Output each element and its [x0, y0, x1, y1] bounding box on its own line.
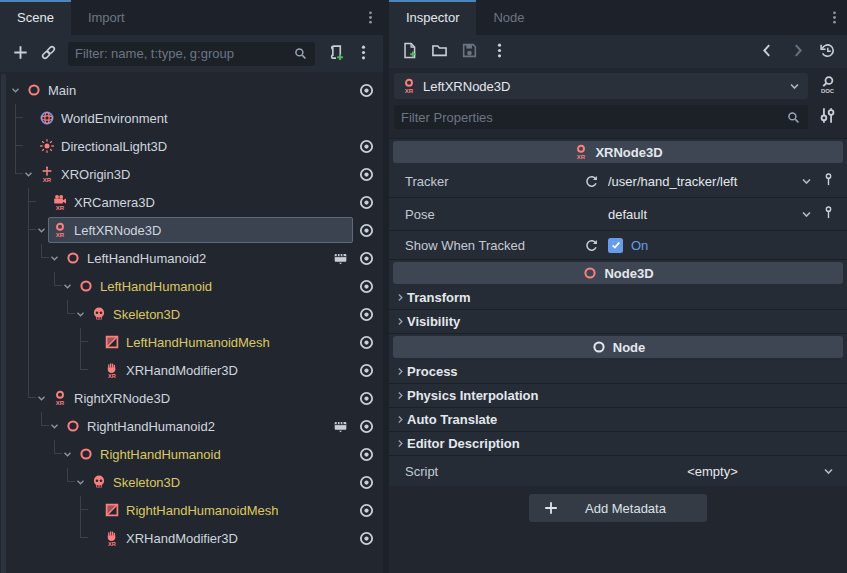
visibility-eye-icon[interactable] — [355, 443, 377, 465]
show-when-tracked-checkbox[interactable] — [608, 238, 623, 253]
visibility-eye-icon[interactable] — [355, 275, 377, 297]
scene-options-button[interactable] — [351, 42, 375, 66]
visibility-eye-icon[interactable] — [355, 415, 377, 437]
scene-tab-menu-icon[interactable] — [361, 0, 379, 35]
expand-arrow-icon[interactable] — [47, 244, 61, 272]
manage-properties-button[interactable] — [813, 104, 841, 130]
property-filter-input[interactable] — [401, 110, 780, 125]
tree-item-body[interactable]: Skeleton3D — [87, 469, 353, 495]
tree-item-xrorigin3d[interactable]: XRXROrigin3D — [0, 160, 383, 188]
expand-arrow-icon[interactable] — [60, 272, 74, 300]
pin-value-button[interactable] — [817, 205, 839, 223]
history-button[interactable] — [815, 40, 839, 64]
tracker-value-dropdown[interactable]: /user/hand_tracker/left — [608, 174, 795, 189]
tree-item-righthandhumanoid2[interactable]: RightHandHumanoid2 — [0, 412, 383, 440]
tab-inspector[interactable]: Inspector — [389, 0, 476, 35]
tree-item-worldenvironment[interactable]: WorldEnvironment — [0, 104, 383, 132]
tree-item-body[interactable]: RightHandHumanoid2 — [61, 413, 353, 439]
tree-item-body[interactable]: RightHandHumanoid — [74, 441, 353, 467]
visibility-eye-icon[interactable] — [355, 219, 377, 241]
save-resource-button[interactable] — [457, 40, 481, 64]
visibility-eye-icon[interactable] — [355, 387, 377, 409]
instanced-scene-icon[interactable] — [331, 249, 349, 267]
expand-arrow-icon[interactable] — [73, 300, 87, 328]
tree-item-body[interactable]: XRXRCamera3D — [48, 189, 353, 215]
expand-arrow-icon[interactable] — [8, 76, 22, 104]
script-value-dropdown[interactable]: <empty> — [608, 464, 817, 479]
group-process[interactable]: Process — [389, 360, 847, 384]
node-selector[interactable]: XR LeftXRNode3D — [394, 73, 808, 99]
visibility-eye-icon[interactable] — [355, 191, 377, 213]
tree-item-xrhandmodifier3d[interactable]: XRXRHandModifier3D — [0, 356, 383, 384]
chevron-down-icon[interactable] — [817, 464, 839, 479]
pin-value-button[interactable] — [817, 172, 839, 190]
instanced-scene-icon[interactable] — [331, 417, 349, 435]
pose-value-dropdown[interactable]: default — [608, 207, 795, 222]
expand-arrow-icon[interactable] — [34, 216, 48, 244]
expand-arrow-icon[interactable] — [21, 160, 35, 188]
tree-item-main[interactable]: Main — [0, 76, 383, 104]
tree-item-skeleton3d[interactable]: Skeleton3D — [0, 300, 383, 328]
chevron-down-icon[interactable] — [795, 207, 817, 222]
tree-item-body[interactable]: DirectionalLight3D — [35, 133, 353, 159]
tree-item-body[interactable]: XRXRHandModifier3D — [100, 357, 353, 383]
group-transform[interactable]: Transform — [389, 286, 847, 310]
open-docs-button[interactable]: DOC — [813, 73, 841, 99]
attach-script-button[interactable] — [323, 42, 347, 66]
resource-options-button[interactable] — [487, 40, 511, 64]
visibility-eye-icon[interactable] — [355, 331, 377, 353]
tree-item-skeleton3d[interactable]: Skeleton3D — [0, 468, 383, 496]
tree-item-lefthandhumanoid2[interactable]: LeftHandHumanoid2 — [0, 244, 383, 272]
tree-item-body[interactable]: XRLeftXRNode3D — [48, 217, 353, 243]
inspector-tab-menu-icon[interactable] — [825, 0, 843, 35]
tree-item-body[interactable]: XRXROrigin3D — [35, 161, 353, 187]
tree-item-directionallight3d[interactable]: DirectionalLight3D — [0, 132, 383, 160]
visibility-eye-icon[interactable] — [355, 247, 377, 269]
group-editor-description[interactable]: Editor Description — [389, 432, 847, 456]
tree-item-body[interactable]: LeftHandHumanoidMesh — [100, 329, 353, 355]
tree-item-lefthandhumanoidmesh[interactable]: LeftHandHumanoidMesh — [0, 328, 383, 356]
tree-item-rightxrnode3d[interactable]: XRRightXRNode3D — [0, 384, 383, 412]
tree-item-body[interactable]: WorldEnvironment — [35, 105, 353, 131]
history-back-button[interactable] — [755, 40, 779, 64]
tree-item-leftxrnode3d[interactable]: XRLeftXRNode3D — [0, 216, 383, 244]
tree-item-body[interactable]: LeftHandHumanoid2 — [61, 245, 353, 271]
group-visibility[interactable]: Visibility — [389, 310, 847, 334]
tree-item-lefthandhumanoid[interactable]: LeftHandHumanoid — [0, 272, 383, 300]
tree-item-body[interactable]: Skeleton3D — [87, 301, 353, 327]
tree-item-xrhandmodifier3d[interactable]: XRXRHandModifier3D — [0, 524, 383, 552]
scene-filter-input[interactable] — [75, 46, 287, 61]
group-physics-interpolation[interactable]: Physics Interpolation — [389, 384, 847, 408]
expand-arrow-icon[interactable] — [34, 384, 48, 412]
tree-item-body[interactable]: LeftHandHumanoid — [74, 273, 353, 299]
add-metadata-button[interactable]: Add Metadata — [529, 494, 707, 522]
tree-item-righthandhumanoidmesh[interactable]: RightHandHumanoidMesh — [0, 496, 383, 524]
visibility-eye-icon[interactable] — [355, 527, 377, 549]
add-node-button[interactable] — [8, 42, 32, 66]
history-forward-button[interactable] — [785, 40, 809, 64]
chevron-down-icon[interactable] — [795, 174, 817, 189]
revert-icon[interactable] — [584, 174, 608, 189]
tree-item-body[interactable]: Main — [22, 77, 353, 103]
tree-item-body[interactable]: RightHandHumanoidMesh — [100, 497, 353, 523]
tree-item-xrcamera3d[interactable]: XRXRCamera3D — [0, 188, 383, 216]
tree-item-body[interactable]: XRXRHandModifier3D — [100, 525, 353, 551]
visibility-eye-icon[interactable] — [355, 499, 377, 521]
tab-scene[interactable]: Scene — [0, 0, 71, 35]
new-resource-button[interactable] — [397, 40, 421, 64]
expand-arrow-icon[interactable] — [47, 412, 61, 440]
tree-item-body[interactable]: XRRightXRNode3D — [48, 385, 353, 411]
visibility-eye-icon[interactable] — [355, 359, 377, 381]
instance-scene-button[interactable] — [36, 42, 60, 66]
visibility-eye-icon[interactable] — [355, 163, 377, 185]
expand-arrow-icon[interactable] — [60, 440, 74, 468]
visibility-eye-icon[interactable] — [355, 135, 377, 157]
tab-import[interactable]: Import — [71, 0, 142, 35]
visibility-eye-icon[interactable] — [355, 79, 377, 101]
expand-arrow-icon[interactable] — [73, 468, 87, 496]
visibility-eye-icon[interactable] — [355, 471, 377, 493]
visibility-eye-icon[interactable] — [355, 303, 377, 325]
revert-icon[interactable] — [584, 238, 608, 253]
group-auto-translate[interactable]: Auto Translate — [389, 408, 847, 432]
load-resource-button[interactable] — [427, 40, 451, 64]
